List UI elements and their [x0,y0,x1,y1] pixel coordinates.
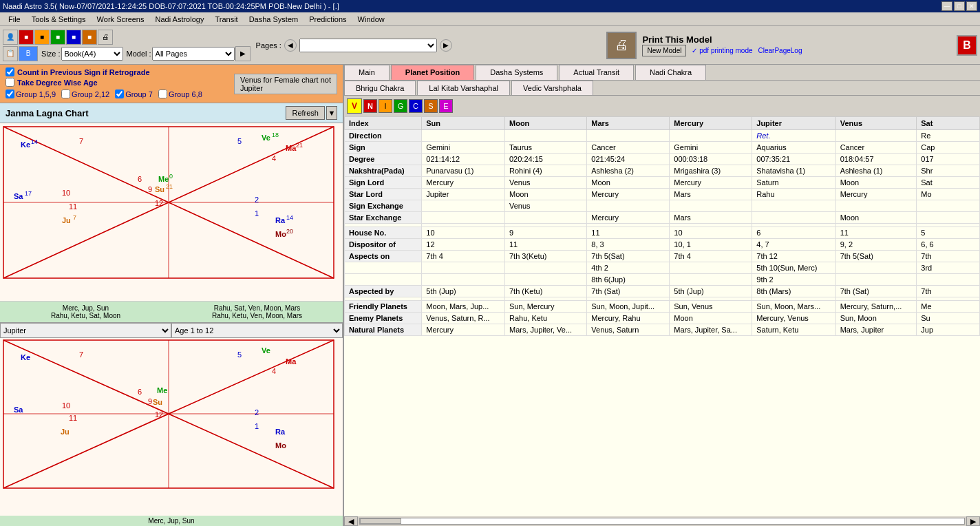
group159-cb[interactable]: Group 1,5,9 [6,90,56,98]
svg-text:Ve: Ve [262,134,270,142]
strip-icon-2[interactable]: N [363,99,377,113]
svg-text:Ke: Ke [21,140,30,149]
strip-icon-6[interactable]: S [424,99,438,113]
row-label-cell: Star Exchange [345,212,422,224]
planet-data-table: Index Sun Moon Mars Mercury Jupiter Venu… [344,116,980,336]
right-panel: Main Planet Position Dasha Systems Actua… [344,65,980,526]
group68-cb[interactable]: Group 6,8 [158,90,202,98]
scroll-left-btn[interactable]: ◀ [344,516,358,526]
group212-cb[interactable]: Group 2,12 [61,90,109,98]
menu-tools[interactable]: Tools & Settings [26,14,92,25]
group-row: Group 1,5,9 Group 2,12 Group 7 Group 6,8 [6,88,231,100]
data-table-container[interactable]: Index Sun Moon Mars Mercury Jupiter Venu… [344,116,980,516]
svg-text:17: 17 [25,190,32,197]
table-row: 4th 2 5th 10(Sun, Merc) 3rd [345,262,980,274]
svg-text:Su: Su [153,398,162,406]
tab-lal-kitab[interactable]: Lal Kitab Varshaphal [417,81,510,95]
tab-actual-transit[interactable]: Actual Transit [559,65,634,80]
count-previous-sign-checkbox[interactable] [6,67,14,76]
scroll-right-btn[interactable]: ▶ [966,516,980,526]
pages-go[interactable]: ▶ [440,39,452,52]
take-degree-checkbox[interactable] [6,78,14,87]
svg-text:Ra: Ra [275,216,286,224]
toolbar-right: 🖨 Print This Model New Model ✓ pdf print… [606,32,802,59]
pages-label: Pages : [256,41,281,50]
strip-icon-5[interactable]: C [409,99,423,113]
count-previous-sign-row: Count in Previous Sign if Retrograde [6,67,231,76]
row-label-cell [345,274,422,286]
svg-text:14: 14 [286,214,293,221]
svg-text:18: 18 [272,132,279,138]
menu-bar: File Tools & Settings Work Screens Nadi … [0,12,980,26]
toolbar-icon-6[interactable]: ■ [82,30,97,45]
svg-text:Ma: Ma [286,357,297,366]
maximize-button[interactable]: □ [954,1,965,11]
svg-text:5: 5 [237,137,242,145]
toolbar-icon-4[interactable]: ■ [50,30,65,45]
menu-transit[interactable]: Transit [209,14,243,25]
toolbar-icon-1[interactable]: 👤 [3,30,18,45]
pdf-check[interactable]: ✓ pdf printing mode [692,47,752,54]
chart2-area: Ve Ma Ke 7 5 4 6 9 12 Me Su Sa 10 11 Ju … [0,338,343,516]
svg-text:4: 4 [272,367,276,375]
row-label-cell: Sign Lord [345,177,422,189]
minimize-button[interactable]: — [941,1,952,11]
tab-planet-position[interactable]: Planet Position [391,65,474,80]
toolbar-icon-9[interactable]: B [19,46,38,61]
app-icon: B [957,35,977,56]
toolbar-icon-2[interactable]: ■ [19,30,34,45]
row-label-cell [345,262,422,274]
size-select[interactable]: Book(A4) [61,47,123,61]
menu-predictions[interactable]: Predictions [303,14,352,25]
tab-dasha-systems[interactable]: Dasha Systems [476,65,557,80]
scroll-thumb[interactable] [360,518,401,524]
horizontal-scrollbar[interactable]: ◀ ▶ [344,516,980,526]
table-row: Aspected by 5th (Jup) 7th (Ketu) 7th (Sa… [345,286,980,297]
scroll-track[interactable] [359,518,965,525]
menu-work-screens[interactable]: Work Screens [92,14,150,25]
menu-dasha[interactable]: Dasha System [244,14,304,25]
strip-icon-7[interactable]: E [439,99,453,113]
refresh-button[interactable]: Refresh [286,106,325,120]
row-label-cell: Aspected by [345,286,422,297]
chart1-bottom-labels: Merc, Jup, Sun Rahu, Ketu, Sat, Moon Rah… [0,302,343,322]
toolbar-icons-row2: 📋 B Size : Book(A4) Model : All Pages ▶ [3,46,251,61]
menu-file[interactable]: File [3,14,26,25]
svg-text:11: 11 [69,202,77,211]
group7-cb[interactable]: Group 7 [115,90,153,98]
toolbar-icon-7[interactable]: 🖨 [98,30,113,45]
new-model-button[interactable]: New Model [642,45,686,56]
age-dropdown[interactable]: Age 1 to 12 Age 13 to 24 Age 25 to 36 [171,323,343,338]
model-go-button[interactable]: ▶ [235,46,251,61]
model-select[interactable]: All Pages [152,47,235,61]
planet-dropdown[interactable]: Jupiter Sun Moon Mars Mercury Venus Satu… [0,323,171,338]
close-button[interactable]: ✕ [966,1,977,11]
clear-log[interactable]: ClearPageLog [758,47,802,54]
svg-text:12: 12 [155,199,163,207]
strip-icon-4[interactable]: G [394,99,407,113]
row-label-cell: Star Lord [345,189,422,200]
table-row: Degree 021:14:12 020:24:15 021:45:24 000… [345,154,980,165]
tab-main[interactable]: Main [344,65,390,80]
jupiter-label: Jupiter [240,84,331,92]
svg-text:Mo: Mo [275,441,286,450]
svg-text:6: 6 [138,388,142,396]
table-row: Sign Gemini Taurus Cancer Gemini Aquariu… [345,142,980,154]
table-row: Nakshtra(Pada) Punarvasu (1) Rohini (4) … [345,165,980,177]
menu-nadi[interactable]: Nadi Astrology [149,14,209,25]
toolbar-icons-row1: 👤 ■ ■ ■ ■ ■ 🖨 [3,30,251,45]
strip-icon-1[interactable]: V [347,98,362,114]
tab-row2: Bhrigu Chakra Lal Kitab Varshaphal Vedic… [344,81,980,96]
menu-window[interactable]: Window [352,14,390,25]
tab-vedic[interactable]: Vedic Varshphala [511,81,593,95]
tab-nadi-chakra[interactable]: Nadi Chakra [635,65,706,80]
toolbar-icon-8[interactable]: 📋 [3,46,18,61]
tab-bhrigu[interactable]: Bhrigu Chakra [344,81,416,95]
pages-select[interactable] [299,39,437,52]
toolbar-icon-5[interactable]: ■ [66,30,81,45]
toolbar-icon-3[interactable]: ■ [34,30,50,45]
strip-icon-3[interactable]: I [379,99,392,113]
pages-nav[interactable]: ◀ [284,39,297,52]
chart-arrow[interactable]: ▼ [326,106,337,120]
table-row: Enemy Planets Venus, Saturn, R... Rahu, … [345,313,980,324]
